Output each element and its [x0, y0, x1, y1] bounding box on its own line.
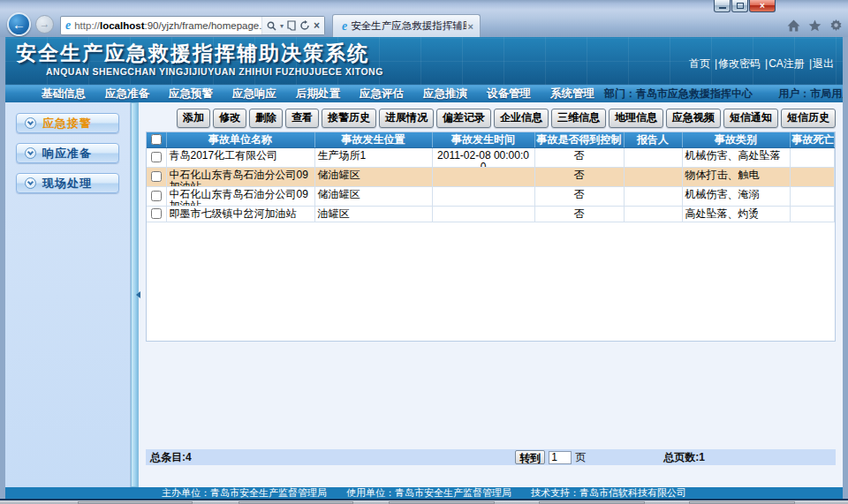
windows-taskbar-sliver	[0, 499, 848, 504]
sidebar-item[interactable]: 响应准备	[16, 143, 119, 163]
select-all-checkbox[interactable]	[151, 134, 162, 145]
toolbar-button[interactable]: 短信历史	[781, 109, 836, 128]
browser-action-icons	[787, 19, 843, 32]
cell-controlled: 否	[534, 168, 624, 187]
minimize-icon	[719, 7, 726, 9]
toolbar-button[interactable]: 查看	[285, 109, 319, 128]
column-header: 事故发生时间	[432, 132, 534, 148]
table-header-row: 事故单位名称事故发生位置事故发生时间事故是否得到控制报告人事故类别事故死亡人数	[147, 132, 835, 148]
session-info: 部门：青岛市应急救援指挥中心 用户：市局用户	[604, 87, 843, 102]
toolbar-button[interactable]: 接警历史	[322, 109, 376, 128]
toolbar-button[interactable]: 企业信息	[494, 109, 549, 128]
tab-close-icon[interactable]: ×	[466, 21, 475, 32]
goto-page-group: 转到 页	[515, 450, 586, 465]
back-button[interactable]: ←	[7, 12, 31, 36]
address-bar-tools: ▾ ×	[261, 17, 324, 34]
toolbar-button[interactable]: 添加	[177, 109, 210, 128]
total-pages-label: 总页数:1	[663, 450, 705, 465]
menu-item[interactable]: 系统管理	[541, 87, 604, 102]
browser-tab[interactable]: e 安全生产应急救援指挥辅助... ×	[332, 14, 481, 37]
sidebar-item[interactable]: 应急接警	[16, 113, 119, 133]
cell-reporter	[624, 168, 682, 187]
search-icon[interactable]	[267, 21, 276, 31]
cell-time	[432, 168, 534, 187]
main-menu-bar: 基础信息应急准备应急预警应急响应后期处置应急评估应急推演设备管理系统管理 部门：…	[5, 85, 843, 102]
cell-category: 高处坠落、灼烫	[682, 207, 790, 222]
sidebar-item-label: 响应准备	[42, 146, 92, 162]
menu-item[interactable]: 应急响应	[223, 87, 286, 102]
row-checkbox[interactable]	[151, 208, 162, 219]
sidebar-item-label: 应急接警	[42, 116, 92, 132]
menu-item[interactable]: 应急预警	[159, 87, 223, 102]
browser-window: × ← → e http://localhost:90/yjzh/frame/h…	[0, 0, 848, 504]
maximize-button[interactable]	[731, 0, 748, 12]
main-panel: 添加修改删除查看接警历史进展情况偏差记录企业信息三维信息地理信息应急视频短信通知…	[139, 102, 843, 487]
stop-icon[interactable]: ×	[314, 21, 320, 30]
column-header: 事故死亡人数	[790, 132, 835, 148]
table-row[interactable]: 中石化山东青岛石油分公司09加油站储油罐区否物体打击、触电	[147, 168, 835, 187]
compatibility-view-icon[interactable]	[287, 20, 296, 31]
cell-location: 储油罐区	[314, 168, 432, 187]
toolbar-button[interactable]: 地理信息	[609, 109, 663, 128]
header-link[interactable]: 修改密码	[718, 57, 761, 70]
table-row[interactable]: 即墨市七级镇中岔河加油站油罐区否高处坠落、灼烫	[147, 207, 835, 222]
tab-title: 安全生产应急救援指挥辅助...	[351, 19, 466, 33]
close-window-button[interactable]: ×	[749, 0, 776, 12]
url-text[interactable]: http://localhost:90/yjzh/frame/homepage.…	[74, 20, 261, 31]
page-unit-label: 页	[575, 450, 586, 465]
table-row[interactable]: 中石化山东青岛石油分公司09加油站储油罐区否机械伤害、淹溺	[147, 187, 835, 207]
app-page: 安全生产应急救援指挥辅助决策系统 ANQUAN SHENGCHAN YINGJI…	[5, 37, 843, 499]
toolbar-button[interactable]: 三维信息	[551, 109, 606, 128]
address-bar[interactable]: e http://localhost:90/yjzh/frame/homepag…	[60, 16, 325, 35]
menu-item[interactable]: 后期处置	[286, 87, 350, 102]
row-checkbox[interactable]	[151, 152, 162, 162]
toolbar-button[interactable]: 删除	[249, 109, 283, 128]
cell-unit: 中石化山东青岛石油分公司09加油站	[166, 168, 314, 187]
header-link[interactable]: 退出	[813, 57, 834, 70]
header-link[interactable]: CA注册	[768, 57, 805, 70]
navigation-bar: ← → e http://localhost:90/yjzh/frame/hom…	[0, 12, 848, 37]
menu-item[interactable]: 设备管理	[477, 87, 541, 102]
favorites-star-icon[interactable]	[808, 19, 822, 32]
cell-location: 油罐区	[314, 207, 432, 222]
menu-item[interactable]: 应急评估	[350, 87, 413, 102]
chevron-down-icon	[25, 177, 36, 189]
total-items-label: 总条目:4	[146, 450, 192, 465]
toolbar: 添加修改删除查看接警历史进展情况偏差记录企业信息三维信息地理信息应急视频短信通知…	[146, 102, 836, 132]
menu-item[interactable]: 应急准备	[95, 87, 159, 102]
sidebar-collapse-splitter[interactable]	[131, 102, 139, 487]
cell-reporter	[624, 187, 682, 207]
cell-reporter	[624, 148, 682, 168]
app-title: 安全生产应急救援指挥辅助决策系统	[16, 40, 369, 67]
sidebar-item[interactable]: 现场处理	[16, 173, 119, 193]
back-icon: ←	[12, 17, 26, 32]
cell-deaths	[790, 187, 835, 207]
toolbar-button[interactable]: 应急视频	[666, 109, 721, 128]
settings-gear-icon[interactable]	[829, 19, 843, 32]
cell-controlled: 否	[534, 148, 624, 168]
maximize-icon	[737, 3, 744, 9]
menu-item[interactable]: 基础信息	[32, 87, 95, 102]
row-checkbox[interactable]	[151, 191, 162, 201]
toolbar-button[interactable]: 偏差记录	[436, 109, 491, 128]
page-number-input[interactable]	[549, 451, 572, 464]
home-icon[interactable]	[787, 19, 800, 32]
minimize-button[interactable]	[714, 0, 731, 12]
cell-controlled: 否	[534, 207, 624, 222]
toolbar-button[interactable]: 短信通知	[723, 109, 778, 128]
forward-button[interactable]: →	[35, 15, 54, 34]
chevron-down-icon	[25, 147, 36, 159]
toolbar-button[interactable]: 修改	[213, 109, 246, 128]
ie-favicon: e	[61, 19, 74, 33]
refresh-icon[interactable]	[299, 20, 310, 31]
header-link[interactable]: 首页	[689, 57, 710, 70]
table-row[interactable]: 青岛2017化工有限公司生产场所12011-02-08 00:00:00否机械伤…	[147, 148, 835, 168]
search-dropdown-icon[interactable]: ▾	[280, 22, 284, 30]
window-controls: ×	[714, 0, 776, 12]
close-icon: ×	[750, 0, 775, 11]
toolbar-button[interactable]: 进展情况	[379, 109, 434, 128]
goto-page-button[interactable]: 转到	[515, 450, 545, 464]
menu-item[interactable]: 应急推演	[413, 87, 477, 102]
cell-reporter	[624, 207, 682, 222]
row-checkbox[interactable]	[151, 171, 162, 182]
